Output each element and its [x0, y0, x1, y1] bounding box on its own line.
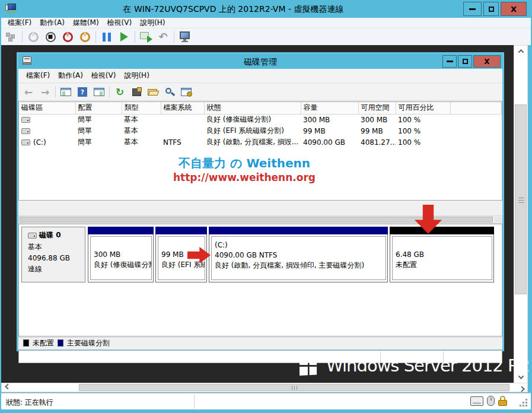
partition-status: 未配置 — [396, 260, 490, 270]
menu-media[interactable]: 媒體(M) — [69, 17, 103, 28]
open-icon[interactable] — [146, 85, 160, 99]
refresh-icon[interactable]: ↻ — [113, 85, 126, 99]
toolbar-separator — [135, 31, 135, 43]
vm-connection-window: 在 WIN-72UVQ7SCPVD 上的 2012R2-VM - 虛擬機器連線 … — [0, 0, 532, 413]
disk-management-window: 磁碟管理 X 檔案(F) 動作(A) 檢視(V) 說明(H) ← → — [17, 52, 504, 351]
vm-display-area: 磁碟管理 X 檔案(F) 動作(A) 檢視(V) 說明(H) ← → — [1, 45, 514, 383]
volume-table-header: 磁碟區 配置 類型 檔案系統 狀態 容量 可用空間 可用百分比 — [19, 102, 502, 114]
manage-icon[interactable] — [180, 85, 193, 99]
menu-action[interactable]: 動作(A) — [36, 17, 69, 28]
toolbar-separator — [95, 31, 96, 43]
console-tree-icon[interactable] — [59, 85, 72, 99]
revert-icon[interactable]: ↶ — [157, 30, 170, 43]
maximize-icon — [463, 59, 468, 64]
legend-label-unallocated: 未配置 — [33, 338, 54, 348]
dm-menu-action[interactable]: 動作(A) — [54, 70, 87, 81]
save-state-icon[interactable] — [78, 30, 91, 43]
search-icon[interactable] — [163, 85, 176, 99]
partition-status: 良好 (EFI 系統 — [161, 260, 203, 270]
col-free[interactable]: 可用空間 — [358, 102, 396, 114]
dm-maximize-button[interactable] — [458, 55, 472, 68]
partition-size: 4090.00 GB NTFS — [215, 250, 384, 260]
disk0-info-panel[interactable]: 磁碟 0 基本 4096.88 GB 連線 — [21, 227, 85, 282]
disk-icon — [28, 233, 37, 239]
ctrl-alt-del-icon[interactable] — [5, 30, 18, 43]
shutdown-icon[interactable] — [61, 30, 74, 43]
disk-size: 4096.88 GB — [28, 254, 85, 262]
legend-swatch-unallocated — [23, 339, 29, 347]
horizontal-scrollbar-thumb[interactable] — [79, 384, 509, 391]
show-hide-pane-icon[interactable] — [93, 85, 106, 99]
dm-window-title: 磁碟管理 — [18, 57, 502, 68]
outer-statusbar: 狀態: 正在執行 — [1, 393, 531, 409]
col-status[interactable]: 狀態 — [204, 102, 301, 114]
partition-recovery[interactable]: 300 MB 良好 (修復磁碟分割 — [88, 227, 154, 282]
graphical-view-pane: 磁碟 0 基本 4096.88 GB 連線 300 MB 良好 (修復磁碟分割 — [18, 224, 502, 336]
horizontal-scrollbar[interactable] — [1, 383, 528, 392]
menu-help[interactable]: 說明(H) — [136, 17, 169, 28]
volume-icon — [21, 139, 30, 145]
close-button[interactable]: X — [501, 2, 527, 16]
dm-close-button[interactable]: X — [473, 55, 501, 68]
vertical-scrollbar[interactable] — [514, 45, 528, 383]
partition-unallocated[interactable]: 6.48 GB 未配置 — [390, 227, 494, 282]
windows-flag-icon — [300, 356, 317, 376]
scroll-left-icon[interactable] — [2, 383, 12, 392]
outer-window-title: 在 WIN-72UVQ7SCPVD 上的 2012R2-VM - 虛擬機器連線 — [0, 4, 467, 15]
vm-toolbar: ↶ — [1, 28, 531, 45]
help-icon[interactable]: ? — [76, 85, 89, 99]
toolbar-separator — [174, 31, 174, 43]
col-volume[interactable]: 磁碟區 — [19, 102, 75, 114]
outer-menubar: 檔案(F) 動作(A) 媒體(M) 檢視(V) 說明(H) — [1, 18, 531, 28]
table-row[interactable]: 簡單 基本 良好 (EFI 系統磁碟分割) 99 MB 99 MB 100 % — [19, 125, 502, 136]
volume-icon — [21, 117, 30, 123]
col-layout[interactable]: 配置 — [75, 102, 122, 114]
turn-off-icon[interactable] — [44, 30, 57, 43]
statusbar-icons — [470, 396, 507, 406]
table-row[interactable]: (C:) 簡單 基本 NTFS 良好 (啟動, 分頁檔案, 損毀... 4090… — [19, 136, 502, 148]
forward-icon[interactable]: → — [39, 85, 52, 99]
maximize-button[interactable] — [483, 2, 499, 16]
dm-menu-file[interactable]: 檔案(F) — [22, 70, 54, 81]
watermark: 不自量力 の Weithenn http://www.weithenn.org — [170, 155, 318, 183]
watermark-url: http://www.weithenn.org — [170, 171, 318, 183]
dm-menu-help[interactable]: 說明(H) — [120, 70, 153, 81]
minimize-button[interactable] — [463, 2, 482, 16]
col-pctfree[interactable]: 可用百分比 — [396, 102, 450, 114]
scrollbar-endcap — [494, 217, 501, 223]
scroll-right-icon[interactable] — [517, 383, 527, 392]
lock-icon — [498, 396, 507, 406]
partition-header-primary — [88, 227, 154, 234]
pause-icon[interactable] — [100, 30, 113, 43]
vertical-scrollbar-thumb[interactable] — [515, 104, 527, 294]
menu-file[interactable]: 檔案(F) — [4, 17, 36, 28]
partition-status: 良好 (修復磁碟分割 — [94, 260, 150, 270]
menu-view[interactable]: 檢視(V) — [103, 17, 136, 28]
back-icon[interactable]: ← — [22, 85, 35, 99]
dm-menu-view[interactable]: 檢視(V) — [87, 70, 120, 81]
scroll-up-icon[interactable] — [514, 46, 527, 56]
col-filesystem[interactable]: 檔案系統 — [161, 102, 204, 114]
dm-caption-buttons: X — [442, 55, 501, 68]
enhanced-session-icon[interactable] — [179, 30, 192, 43]
partition-c[interactable]: (C:) 4090.00 GB NTFS 良好 (啟動, 分頁檔案, 損毀傾印,… — [209, 227, 388, 282]
resize-grip[interactable] — [525, 399, 527, 401]
legend-swatch-primary — [58, 339, 63, 347]
disk-properties-icon[interactable] — [130, 85, 143, 99]
col-capacity[interactable]: 容量 — [301, 102, 358, 114]
volume-list-pane: 磁碟區 配置 類型 檔案系統 狀態 容量 可用空間 可用百分比 — [18, 101, 502, 201]
start-icon[interactable] — [27, 30, 40, 43]
col-empty — [450, 102, 502, 114]
col-type[interactable]: 類型 — [122, 102, 161, 114]
watermark-title: 不自量力 の Weithenn — [170, 155, 318, 171]
table-row[interactable]: 簡單 基本 良好 (修復磁碟分割) 300 MB 300 MB 100 % — [19, 114, 502, 125]
scroll-down-icon[interactable] — [514, 371, 527, 382]
resume-icon[interactable] — [117, 30, 130, 43]
dm-menubar: 檔案(F) 動作(A) 檢視(V) 說明(H) — [18, 69, 502, 83]
windows-server-logo-text: Windows Server 2012 R2 — [326, 355, 530, 376]
outer-titlebar: 在 WIN-72UVQ7SCPVD 上的 2012R2-VM - 虛擬機器連線 … — [0, 0, 532, 18]
checkpoint-icon[interactable] — [139, 30, 152, 43]
dm-minimize-button[interactable] — [442, 55, 457, 68]
dm-body: 檔案(F) 動作(A) 檢視(V) 說明(H) ← → ? ↻ — [18, 69, 502, 350]
minimize-icon — [447, 61, 453, 62]
